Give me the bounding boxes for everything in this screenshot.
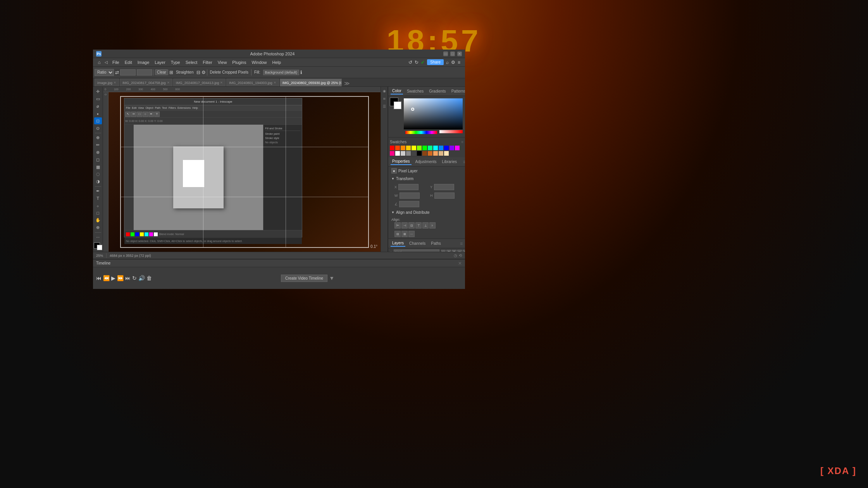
tl-prev[interactable]: ⏪ (103, 275, 110, 281)
minimize-button[interactable]: — (443, 52, 448, 56)
menu-edit[interactable]: Edit (122, 59, 134, 65)
libraries-tab[interactable]: Libraries (441, 159, 458, 165)
channels-tab[interactable]: Channels (408, 241, 427, 246)
swatch-FF4400[interactable] (395, 146, 400, 150)
settings-icon[interactable]: ⚙ (451, 60, 455, 65)
fg-bg-color-picker[interactable] (94, 242, 102, 250)
swatch-D2691E[interactable] (428, 151, 432, 156)
dist-h[interactable]: ⊟ (394, 231, 401, 237)
zoom-tool[interactable]: ⊕ (94, 224, 102, 231)
ratio-w-input[interactable] (120, 69, 136, 76)
align-left[interactable]: ⊢ (394, 222, 401, 229)
menu-image[interactable]: Image (135, 59, 152, 65)
layers-tab[interactable]: Layers (391, 240, 405, 247)
y-input[interactable] (434, 184, 454, 190)
fg-bg-color-area[interactable] (390, 98, 401, 109)
tab-image-jpg[interactable]: image.jpg ✕ (95, 79, 119, 86)
close-button[interactable]: ✕ (457, 52, 462, 56)
path-select-tool[interactable]: ⬦ (94, 202, 102, 209)
tl-delete[interactable]: 🗑 (146, 275, 152, 281)
dist-v[interactable]: ⊞ (401, 231, 408, 237)
menu-view[interactable]: View (215, 59, 229, 65)
clear-button[interactable]: Clear (155, 69, 168, 75)
brush-tool[interactable]: ✏ (94, 142, 102, 149)
blur-tool[interactable]: ◌ (94, 171, 102, 178)
swatches-tab[interactable]: Swatches (405, 88, 425, 94)
adjustments-tab[interactable]: Adjustments (414, 159, 438, 165)
swap-icon[interactable]: ⇄ (115, 70, 119, 75)
swatch-FFCC00[interactable] (406, 146, 411, 150)
menu-select[interactable]: Select (183, 59, 200, 65)
sat-bar[interactable] (439, 130, 463, 133)
swatch-88FF00[interactable] (417, 146, 422, 150)
swatch-00FFFF[interactable] (433, 146, 438, 150)
main-canvas[interactable]: New document 1 - Inkscape File Edit View… (108, 92, 381, 252)
ratio-h-input[interactable] (137, 69, 152, 76)
check-icon[interactable]: ✓ (421, 60, 425, 65)
color-tab[interactable]: Color (391, 88, 403, 95)
menu-plugins[interactable]: Plugins (230, 59, 248, 65)
swatch-8800FF[interactable] (450, 146, 454, 150)
swatch-00FF00[interactable] (422, 146, 427, 150)
create-arrow-icon[interactable]: ▼ (329, 275, 334, 281)
swatch-FFFFFF[interactable] (395, 151, 400, 156)
delete-cropped-button[interactable]: Delete Cropped Pixels (208, 70, 250, 75)
home-icon[interactable]: ⌂ (96, 59, 102, 65)
type-tool[interactable]: T (94, 195, 102, 202)
align-section-header[interactable]: ▼ Align and Distribute (388, 209, 465, 216)
dist-more[interactable]: ··· (408, 231, 415, 237)
redo-icon[interactable]: ↻ (415, 60, 418, 65)
swatch-DEB887[interactable] (439, 151, 443, 156)
align-center-h[interactable]: ⊣ (401, 222, 408, 229)
tab-img2[interactable]: IMG_20240817_004413.jpg ✕ (173, 79, 226, 86)
share-button[interactable]: Share (427, 59, 444, 65)
hand-tool[interactable]: ✋ (94, 217, 102, 224)
move-tool[interactable]: ✛ (94, 88, 102, 95)
eraser-tool[interactable]: ◻ (94, 156, 102, 163)
align-right[interactable]: ⊡ (408, 222, 415, 229)
ratio-select[interactable]: Ratio (95, 69, 114, 76)
eyedropper-tool[interactable]: ⊙ (94, 125, 102, 132)
align-bottom[interactable]: ⊦ (429, 222, 436, 229)
create-timeline-button[interactable]: Create Video Timeline (281, 275, 327, 282)
swatch-FF0000[interactable] (390, 146, 394, 150)
swatch-FF00FF[interactable] (455, 146, 460, 150)
gradients-tab[interactable]: Gradients (427, 88, 447, 94)
more-icon[interactable]: ≡ (458, 60, 460, 65)
paths-tab[interactable]: Paths (429, 241, 443, 246)
tab-img1[interactable]: IMG_20240817_004758.jpg ✕ (120, 79, 172, 86)
swatch-888888[interactable] (406, 151, 411, 156)
tl-audio[interactable]: 🔊 (138, 275, 145, 281)
tl-next[interactable]: ⏩ (117, 275, 124, 281)
menu-help[interactable]: Help (270, 59, 284, 65)
menu-file[interactable]: File (110, 59, 122, 65)
magic-wand-tool[interactable]: ⬧ (94, 110, 102, 117)
h-input[interactable] (434, 192, 455, 199)
swatch-FFFF00[interactable] (412, 146, 416, 150)
pen-tool[interactable]: ✒ (94, 188, 102, 195)
shape-tool[interactable]: □ (94, 210, 102, 217)
swatch-FF8800[interactable] (401, 146, 405, 150)
props-menu-icon[interactable]: ≡ (463, 159, 465, 165)
tab-active[interactable]: IMG_20240802_055930.jpg @ 25% (Crop Prev… (280, 79, 342, 86)
bg-color-box[interactable] (394, 101, 401, 109)
tl-loop[interactable]: ↻ (132, 275, 137, 281)
swatch-8B4513[interactable] (422, 151, 427, 156)
color-picker[interactable] (404, 98, 463, 129)
menu-filter[interactable]: Filter (200, 59, 214, 65)
background-color[interactable] (97, 245, 102, 250)
swatches-menu[interactable]: ≡ (461, 140, 463, 144)
color-picker-dot[interactable] (411, 108, 414, 111)
menu-type[interactable]: Type (169, 59, 183, 65)
swatch-444444[interactable] (412, 151, 416, 156)
clone-tool[interactable]: ⊗ (94, 149, 102, 156)
info-icon[interactable]: ℹ (300, 70, 302, 75)
swatch-0088FF[interactable] (439, 146, 443, 150)
tab-close-2[interactable]: ✕ (220, 81, 223, 84)
tab-close-1[interactable]: ✕ (167, 81, 170, 84)
swatch-CCCCCC[interactable] (401, 151, 405, 156)
tab-close-3[interactable]: ✕ (274, 81, 276, 84)
swatch-FFE4B5[interactable] (444, 151, 449, 156)
lasso-tool[interactable]: ⌀ (94, 103, 102, 110)
more-tools[interactable]: ··· (94, 234, 102, 241)
